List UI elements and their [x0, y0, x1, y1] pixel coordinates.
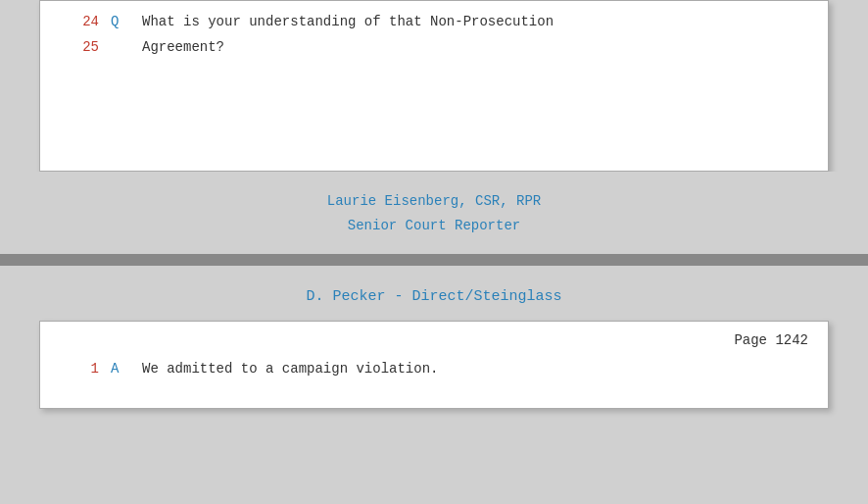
line-text-24: What is your understanding of that Non-P… [142, 11, 554, 32]
transcript-box-top: 24 Q What is your understanding of that … [39, 0, 829, 172]
section-header: D. Pecker - Direct/Steinglass [39, 285, 829, 309]
line-number-1: 1 [60, 358, 99, 379]
line-text-1: We admitted to a campaign violation. [142, 358, 438, 379]
page-number: Page 1242 [60, 329, 808, 351]
speaker-q-24: Q [111, 11, 130, 32]
reporter-credit: Laurie Eisenberg, CSR, RPR Senior Court … [0, 172, 868, 254]
reporter-title: Senior Court Reporter [0, 214, 868, 238]
speaker-a-1: A [111, 358, 130, 379]
line-text-25: Agreement? [142, 36, 224, 58]
transcript-line-24: 24 Q What is your understanding of that … [60, 11, 808, 32]
line-number-24: 24 [60, 11, 99, 32]
transcript-line-1: 1 A We admitted to a campaign violation. [60, 358, 808, 379]
page-container: 24 Q What is your understanding of that … [0, 0, 868, 504]
transcript-line-25: 25 Agreement? [60, 36, 808, 58]
bottom-section: D. Pecker - Direct/Steinglass Page 1242 … [0, 266, 868, 504]
reporter-name: Laurie Eisenberg, CSR, RPR [0, 189, 868, 214]
divider-bar [0, 254, 868, 266]
speaker-25 [111, 36, 130, 58]
transcript-box-bottom: Page 1242 1 A We admitted to a campaign … [39, 321, 829, 409]
line-number-25: 25 [60, 36, 99, 58]
